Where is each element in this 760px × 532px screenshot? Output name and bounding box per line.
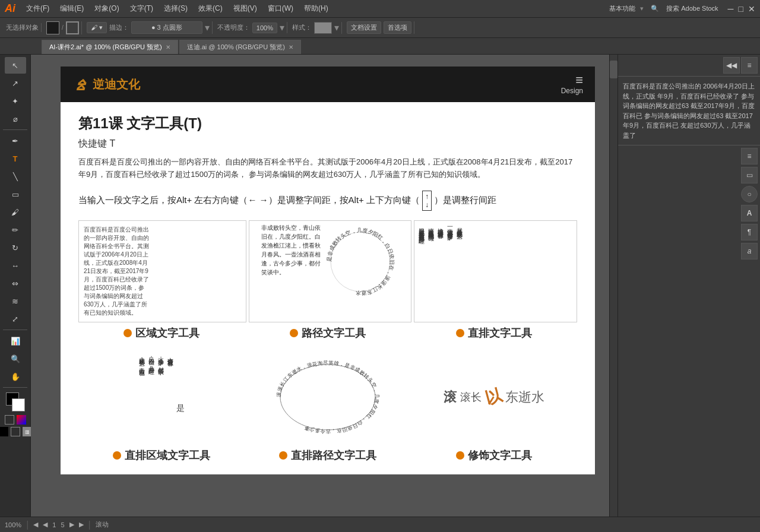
brush-tool-dropdown[interactable]: 🖌 ▾: [87, 22, 107, 33]
workspace-dropdown-icon[interactable]: ▾: [640, 5, 644, 12]
warp-tool[interactable]: ≋: [5, 293, 26, 309]
artboard-header: ꊛ 逆迪文化 ≡ Design: [61, 66, 595, 102]
page-current[interactable]: 1: [52, 521, 56, 528]
dot-3: [456, 329, 464, 337]
v-scrollbar[interactable]: [609, 55, 618, 517]
lasso-tool[interactable]: ⌀: [5, 110, 26, 127]
opacity-value[interactable]: 100%: [252, 23, 277, 33]
pencil-tool[interactable]: ✏: [5, 221, 26, 238]
tab-bar: AI-课件2.ai* @ 100% (RGB/GPU 预览) ✕ 送迪.ai @…: [0, 38, 760, 55]
scale-tool[interactable]: ⤢: [5, 311, 26, 327]
search-icon[interactable]: 🔍: [651, 5, 659, 12]
width-tool[interactable]: ⇔: [5, 275, 26, 292]
nav-prev2[interactable]: ◀: [43, 521, 48, 528]
fill-color[interactable]: [46, 21, 59, 34]
tool-divider-3: [3, 387, 27, 388]
page-total: 5: [61, 521, 64, 528]
deco-char-3: 以: [483, 384, 505, 410]
menu-text[interactable]: 文字(T): [125, 2, 158, 15]
window-close[interactable]: ✕: [748, 4, 755, 14]
direct-select-tool[interactable]: ↗: [5, 75, 26, 91]
menu-view[interactable]: 视图(V): [229, 2, 262, 15]
hamburger-icon[interactable]: ≡: [575, 74, 583, 87]
pen-tool[interactable]: ✒: [5, 132, 26, 149]
fill-slash: /: [62, 24, 64, 31]
stroke-switch[interactable]: [11, 427, 20, 436]
line-tool[interactable]: ╲: [5, 168, 26, 185]
rp-expand-btn[interactable]: ≡: [741, 57, 758, 74]
opacity-section: 不透明度： 100% ▾: [215, 22, 287, 33]
menu-select[interactable]: 选择(S): [159, 2, 192, 15]
stroke-color[interactable]: [66, 21, 79, 34]
search-stock[interactable]: 搜索 Adobe Stock: [666, 4, 718, 13]
menubar-right: 基本功能 ▾ 🔍 搜索 Adobe Stock ─ □ ✕: [609, 4, 755, 14]
app-logo: Ai: [5, 2, 15, 15]
stroke-value[interactable]: ● 3 点圆形: [131, 21, 202, 34]
opacity-dropdown[interactable]: ▾: [280, 22, 284, 33]
rp-list-icon[interactable]: ≡: [741, 148, 758, 164]
select-tool[interactable]: ↖: [5, 57, 26, 74]
graph-tool[interactable]: 📊: [5, 332, 26, 349]
svg-text:是非成败转头空，几度夕阳红，白日依旧在，滚滚长江东逝水: 是非成败转头空，几度夕阳红，白日依旧在，滚滚长江东逝水: [326, 227, 395, 296]
canvas-scroll[interactable]: ꊛ 逆迪文化 ≡ Design 第11课 文字工具(T) 快捷键 T 百度百科是…: [31, 55, 618, 517]
style-preview[interactable]: [314, 22, 332, 34]
zoom-level[interactable]: 100%: [5, 521, 21, 528]
menu-edit[interactable]: 编辑(E): [55, 2, 88, 15]
rp-para-icon[interactable]: ¶: [741, 224, 758, 240]
style-dropdown[interactable]: ▾: [334, 22, 339, 33]
artboard: ꊛ 逆迪文化 ≡ Design 第11课 文字工具(T) 快捷键 T 百度百科是…: [61, 66, 595, 474]
tool-name-v-path: 直排路径文字工具: [291, 448, 376, 463]
rotate-tool[interactable]: ↻: [5, 239, 26, 256]
tab-0[interactable]: AI-课件2.ai* @ 100% (RGB/GPU 预览) ✕: [42, 40, 178, 54]
toolbar: 无选择对象 / 🖌 ▾ 描边： ● 3 点圆形 ▾ 不透明度： 100% ▾ 样…: [0, 18, 760, 38]
top-tools-demo: 百度百科是百度公司推出的一部内容开放、自由的网络百科全书平台。其测试版于2006…: [78, 220, 577, 322]
background-color[interactable]: [12, 398, 25, 411]
vertical-text-demo: 旧是非成败转头空青山依旧在几度夕阳红 滚滚长江东逝水浪花淘尽英雄 渔樵江渚上惯看…: [414, 220, 577, 322]
opacity-label: 不透明度：: [217, 23, 250, 32]
rect-tool[interactable]: ▭: [5, 186, 26, 202]
tab-1-label: 送迪.ai @ 100% (RGB/GPU 预览): [187, 43, 285, 52]
menu-effect[interactable]: 效果(C): [194, 2, 227, 15]
rp-text-icon[interactable]: A: [741, 205, 758, 221]
workspace-selector[interactable]: 基本功能: [609, 4, 635, 13]
nav-next2[interactable]: ▶: [79, 521, 84, 528]
rp-char-icon[interactable]: a: [741, 243, 758, 259]
poem-text-block: 非成败转头空，青山依旧在，几度夕阳红。白发渔樵江渚上，惯看秋月春风。一壶浊酒喜相…: [261, 223, 321, 277]
rp-rect-icon[interactable]: ▭: [741, 167, 758, 183]
magic-wand-tool[interactable]: ✦: [5, 93, 26, 109]
menu-file[interactable]: 文件(F): [21, 2, 54, 15]
tab-1-close[interactable]: ✕: [289, 44, 293, 50]
zoom-tool[interactable]: 🔍: [5, 350, 26, 367]
rp-collapse-btn[interactable]: ◀◀: [723, 57, 740, 74]
nav-next[interactable]: ▶: [69, 521, 74, 528]
doc-settings-btn[interactable]: 文档设置: [347, 21, 381, 34]
tab-0-close[interactable]: ✕: [166, 44, 170, 50]
none-color[interactable]: [5, 415, 14, 425]
preferences-btn[interactable]: 首选项: [384, 21, 411, 34]
menu-object[interactable]: 对象(O): [90, 2, 124, 15]
fill-switch[interactable]: [0, 427, 8, 436]
path-text-demo: 非成败转头空，青山依旧在，几度夕阳红。白发渔樵江渚上，惯看秋月春风。一壶浊酒喜相…: [249, 220, 412, 322]
hand-tool[interactable]: ✋: [5, 368, 26, 385]
scroll-mode[interactable]: 滚动: [96, 520, 109, 529]
v-scroll-thumb[interactable]: [610, 61, 618, 78]
gradient-fill[interactable]: [17, 415, 26, 425]
nav-prev[interactable]: ◀: [33, 521, 38, 528]
mirror-tool[interactable]: ↔: [5, 257, 26, 274]
main-area: ↖ ↗ ✦ ⌀ ✒ T ╲ ▭ 🖌 ✏ ↻ ↔ ⇔ ≋ ⤢ 📊 🔍 ✋: [0, 55, 760, 517]
deco-char-4: 东逝水: [505, 388, 544, 406]
tools-label-row-2: 直排区域文字工具 直排路径文字工具 修饰文字工具: [78, 448, 577, 463]
paintbrush-tool[interactable]: 🖌: [5, 204, 26, 220]
tab-1[interactable]: 送迪.ai @ 100% (RGB/GPU 预览) ✕: [179, 40, 301, 54]
tool-divider-2: [3, 330, 27, 330]
window-minimize[interactable]: ─: [728, 4, 734, 14]
menu-help[interactable]: 帮助(H): [299, 2, 333, 15]
tool-name-v-area: 直排区域文字工具: [125, 448, 210, 463]
menu-window[interactable]: 窗口(W): [263, 2, 298, 15]
text-tool[interactable]: T: [5, 150, 26, 167]
v-area-vert-4: 古今惯看秋月春: [166, 353, 174, 442]
rp-circle-icon[interactable]: ○: [741, 186, 758, 202]
design-label: Design: [561, 87, 583, 95]
stroke-dropdown[interactable]: ▾: [205, 22, 210, 33]
window-restore[interactable]: □: [739, 4, 743, 14]
